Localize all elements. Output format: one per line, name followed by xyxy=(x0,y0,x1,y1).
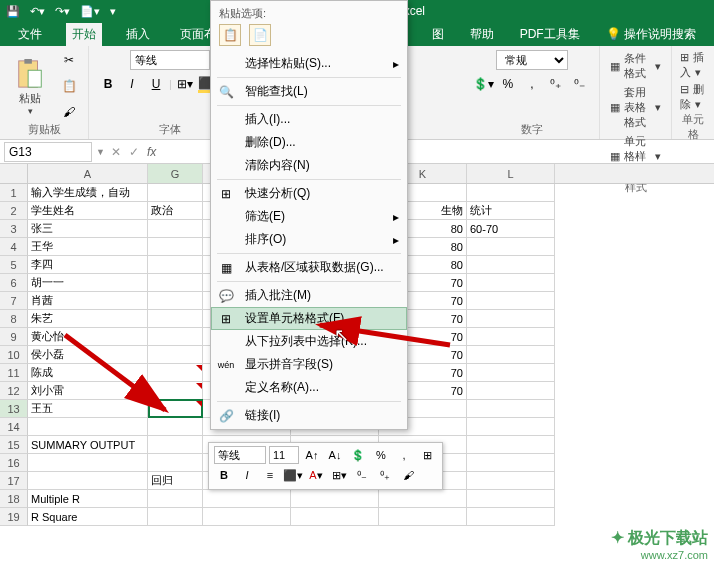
cell-L4[interactable] xyxy=(467,238,555,256)
cell-G8[interactable] xyxy=(148,310,203,328)
delete-cells-button[interactable]: ⊟ 删除 ▾ xyxy=(680,82,706,112)
tab-tellme[interactable]: 💡 操作说明搜索 xyxy=(600,23,702,46)
cancel-icon[interactable]: ✕ xyxy=(111,145,121,159)
row-header-5[interactable]: 5 xyxy=(0,256,28,274)
cell-G15[interactable] xyxy=(148,436,203,454)
cell-L12[interactable] xyxy=(467,382,555,400)
menu-delete[interactable]: 删除(D)... xyxy=(211,131,407,154)
border-button[interactable]: ⊞▾ xyxy=(174,74,196,94)
cell-J18[interactable] xyxy=(291,490,379,508)
cell-A1[interactable]: 输入学生成绩，自动 xyxy=(28,184,148,202)
cell-L18[interactable] xyxy=(467,490,555,508)
tab-view[interactable]: 图 xyxy=(426,23,450,46)
menu-insert-comment[interactable]: 💬插入批注(M) xyxy=(211,284,407,307)
cell-A3[interactable]: 张三 xyxy=(28,220,148,238)
mini-font-name[interactable] xyxy=(214,446,266,464)
cell-G5[interactable] xyxy=(148,256,203,274)
cell-G1[interactable] xyxy=(148,184,203,202)
namebox-dropdown-icon[interactable]: ▼ xyxy=(96,147,105,157)
menu-quick-analysis[interactable]: ⊞快速分析(Q) xyxy=(211,182,407,205)
cell-G12[interactable] xyxy=(148,382,203,400)
cell-A15[interactable]: SUMMARY OUTPUT xyxy=(28,436,148,454)
cell-L6[interactable] xyxy=(467,274,555,292)
mini-fill-color-icon[interactable]: ⬛▾ xyxy=(283,466,303,484)
row-header-7[interactable]: 7 xyxy=(0,292,28,310)
mini-accounting-icon[interactable]: 💲 xyxy=(348,446,368,464)
cell-L14[interactable] xyxy=(467,418,555,436)
paste-option-values-icon[interactable]: 📄 xyxy=(249,24,271,46)
cell-K19[interactable] xyxy=(379,508,467,526)
cell-I18[interactable] xyxy=(203,490,291,508)
copy-icon[interactable]: 📋 xyxy=(58,76,80,96)
cell-L2[interactable]: 统计 xyxy=(467,202,555,220)
paste-option-normal-icon[interactable]: 📋 xyxy=(219,24,241,46)
col-header-L[interactable]: L xyxy=(467,164,555,183)
mini-border-icon[interactable]: ⊞▾ xyxy=(329,466,349,484)
cell-G4[interactable] xyxy=(148,238,203,256)
row-header-10[interactable]: 10 xyxy=(0,346,28,364)
menu-link[interactable]: 🔗链接(I) xyxy=(211,404,407,427)
mini-font-size[interactable] xyxy=(269,446,299,464)
menu-smart-lookup[interactable]: 🔍智能查找(L) xyxy=(211,80,407,103)
cell-G19[interactable] xyxy=(148,508,203,526)
cell-G11[interactable] xyxy=(148,364,203,382)
row-header-9[interactable]: 9 xyxy=(0,328,28,346)
row-header-3[interactable]: 3 xyxy=(0,220,28,238)
cell-G9[interactable] xyxy=(148,328,203,346)
insert-cells-button[interactable]: ⊞ 插入 ▾ xyxy=(680,50,706,80)
cell-A18[interactable]: Multiple R xyxy=(28,490,148,508)
qat-customize-icon[interactable]: ▾ xyxy=(110,5,116,18)
row-header-4[interactable]: 4 xyxy=(0,238,28,256)
cell-G16[interactable] xyxy=(148,454,203,472)
redo-icon[interactable]: ↷▾ xyxy=(55,5,70,18)
table-format-button[interactable]: ▦ 套用表格格式 ▾ xyxy=(608,84,664,131)
cell-G3[interactable] xyxy=(148,220,203,238)
cell-L7[interactable] xyxy=(467,292,555,310)
row-header-16[interactable]: 16 xyxy=(0,454,28,472)
menu-filter[interactable]: 筛选(E)▸ xyxy=(211,205,407,228)
tab-file[interactable]: 文件 xyxy=(12,23,48,46)
cell-G7[interactable] xyxy=(148,292,203,310)
increase-decimal-button[interactable]: ⁰₊ xyxy=(545,74,567,94)
menu-pick-from-list[interactable]: 从下拉列表中选择(K)... xyxy=(211,330,407,353)
cell-L19[interactable] xyxy=(467,508,555,526)
cell-A2[interactable]: 学生姓名 xyxy=(28,202,148,220)
cell-G14[interactable] xyxy=(148,418,203,436)
cell-A19[interactable]: R Square xyxy=(28,508,148,526)
cell-L8[interactable] xyxy=(467,310,555,328)
cell-A17[interactable] xyxy=(28,472,148,490)
qat-more-icon[interactable]: 📄▾ xyxy=(80,5,100,18)
cell-G10[interactable] xyxy=(148,346,203,364)
cell-A9[interactable]: 黄心怡 xyxy=(28,328,148,346)
row-header-13[interactable]: 13 xyxy=(0,400,28,418)
cell-A10[interactable]: 侯小磊 xyxy=(28,346,148,364)
cell-J19[interactable] xyxy=(291,508,379,526)
name-box[interactable] xyxy=(4,142,92,162)
col-header-G[interactable]: G xyxy=(148,164,203,183)
mini-format-painter-icon[interactable]: ⊞ xyxy=(417,446,437,464)
cell-G13[interactable] xyxy=(148,400,203,418)
cell-I19[interactable] xyxy=(203,508,291,526)
tab-pdf[interactable]: PDF工具集 xyxy=(514,23,586,46)
row-header-8[interactable]: 8 xyxy=(0,310,28,328)
menu-get-data[interactable]: ▦从表格/区域获取数据(G)... xyxy=(211,256,407,279)
mini-percent-icon[interactable]: % xyxy=(371,446,391,464)
cell-A5[interactable]: 李四 xyxy=(28,256,148,274)
percent-button[interactable]: % xyxy=(497,74,519,94)
cell-G17[interactable]: 回归 xyxy=(148,472,203,490)
cell-A12[interactable]: 刘小雷 xyxy=(28,382,148,400)
italic-button[interactable]: I xyxy=(121,74,143,94)
cell-A6[interactable]: 胡一一 xyxy=(28,274,148,292)
menu-phonetic[interactable]: wén显示拼音字段(S) xyxy=(211,353,407,376)
font-name-select[interactable] xyxy=(130,50,210,70)
mini-bold-button[interactable]: B xyxy=(214,466,234,484)
cell-A11[interactable]: 陈成 xyxy=(28,364,148,382)
row-header-11[interactable]: 11 xyxy=(0,364,28,382)
cell-L11[interactable] xyxy=(467,364,555,382)
row-header-14[interactable]: 14 xyxy=(0,418,28,436)
undo-icon[interactable]: ↶▾ xyxy=(30,5,45,18)
conditional-format-button[interactable]: ▦ 条件格式 ▾ xyxy=(608,50,664,82)
cell-L3[interactable]: 60-70 xyxy=(467,220,555,238)
cut-icon[interactable]: ✂ xyxy=(58,50,80,70)
row-header-17[interactable]: 17 xyxy=(0,472,28,490)
